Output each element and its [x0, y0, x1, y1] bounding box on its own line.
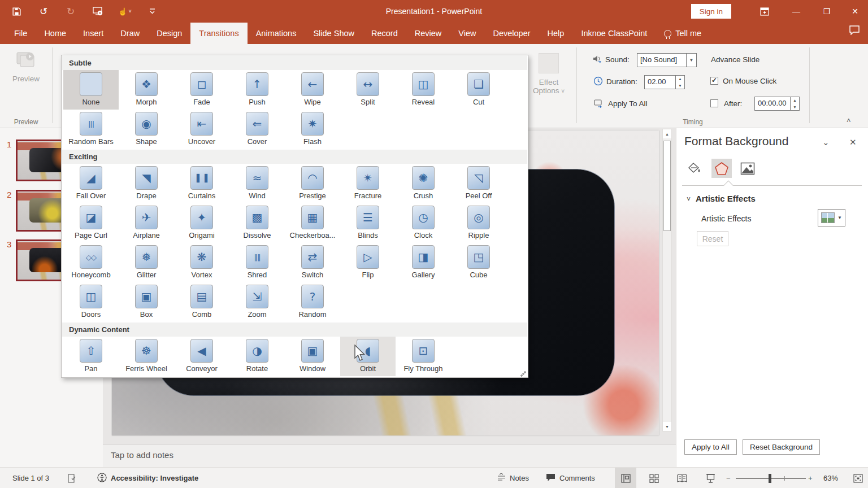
apply-to-all-label[interactable]: Apply To All — [608, 99, 648, 108]
transition-uncover[interactable]: ⇤Uncover — [174, 110, 229, 149]
slide-sorter-view-button[interactable] — [643, 468, 665, 488]
transition-pan[interactable]: ⇧Pan — [63, 337, 119, 376]
accessibility-status[interactable]: Accessibility: Investigate — [97, 468, 198, 488]
comments-toggle[interactable]: Comments — [546, 468, 595, 488]
transition-push[interactable]: ↑Push — [229, 70, 285, 110]
tab-transitions[interactable]: Transitions — [190, 23, 247, 44]
transition-shape[interactable]: ◉Shape — [119, 110, 174, 149]
transition-comb[interactable]: ▤Comb — [174, 282, 229, 322]
transition-fade[interactable]: ◻Fade — [174, 70, 229, 110]
transition-box[interactable]: ▣Box — [119, 282, 174, 322]
tab-inknoe-classpoint[interactable]: Inknoe ClassPoint — [572, 23, 656, 44]
customize-qat-icon[interactable] — [146, 5, 158, 18]
transition-flip[interactable]: ▷Flip — [340, 243, 396, 282]
transition-checkerboa[interactable]: ▦Checkerboa... — [285, 203, 340, 243]
sign-in-button[interactable]: Sign in — [691, 4, 731, 19]
after-checkbox[interactable] — [710, 99, 718, 107]
transition-curtains[interactable]: ▌▐Curtains — [174, 164, 229, 203]
transition-cut[interactable]: ❏Cut — [451, 70, 506, 110]
sound-dropdown-arrow-icon[interactable]: ▼ — [687, 53, 697, 67]
notes-placeholder[interactable]: Tap to add notes — [111, 450, 173, 460]
apply-to-all-background-button[interactable]: Apply to All — [684, 439, 737, 455]
transition-window[interactable]: ▣Window — [285, 337, 340, 376]
picture-tab-icon[interactable] — [737, 159, 758, 178]
transition-origami[interactable]: ✦Origami — [174, 203, 229, 243]
duration-spinbox[interactable]: 02.00 ▲▼ — [644, 75, 685, 89]
tab-insert[interactable]: Insert — [75, 23, 112, 44]
reset-button[interactable]: Reset — [697, 231, 728, 246]
tab-file[interactable]: File — [6, 23, 36, 44]
scrollbar-thumb[interactable] — [663, 141, 671, 231]
transition-zoom[interactable]: ⇲Zoom — [229, 282, 285, 322]
transition-cover[interactable]: ⇐Cover — [229, 110, 285, 149]
artistic-effects-dropdown[interactable]: ▼ — [818, 209, 845, 226]
transition-random[interactable]: ?Random — [285, 282, 340, 322]
pane-options-chevron-icon[interactable]: ⌄ — [822, 137, 830, 147]
transition-random-bars[interactable]: |||Random Bars — [63, 110, 119, 149]
transition-shred[interactable]: ‖‖Shred — [229, 243, 285, 282]
zoom-in-button[interactable]: + — [808, 468, 813, 488]
close-icon[interactable]: ✕ — [847, 0, 863, 23]
save-icon[interactable] — [10, 5, 23, 18]
transition-gallery[interactable]: ◨Gallery — [396, 243, 451, 282]
start-slideshow-icon[interactable] — [92, 5, 104, 18]
transition-glitter[interactable]: ❅Glitter — [119, 243, 174, 282]
transition-switch[interactable]: ⇄Switch — [285, 243, 340, 282]
fill-tab-icon[interactable] — [684, 159, 705, 178]
transition-reveal[interactable]: ◫Reveal — [396, 70, 451, 110]
transition-flash[interactable]: ✷Flash — [285, 110, 340, 149]
slide-scrollbar[interactable]: ▲ ▼ — [662, 129, 672, 432]
tab-draw[interactable]: Draw — [112, 23, 148, 44]
transition-wipe[interactable]: ←Wipe — [285, 70, 340, 110]
duration-spinner[interactable]: ▲▼ — [676, 75, 685, 89]
transition-fracture[interactable]: ✴Fracture — [340, 164, 396, 203]
transition-clock[interactable]: ◷Clock — [396, 203, 451, 243]
transition-none[interactable]: None — [63, 70, 119, 110]
tab-view[interactable]: View — [450, 23, 484, 44]
collapse-ribbon-icon[interactable]: ˄ — [847, 116, 851, 125]
zoom-slider-thumb[interactable] — [769, 474, 771, 483]
transition-crush[interactable]: ✺Crush — [396, 164, 451, 203]
tab-home[interactable]: Home — [36, 23, 75, 44]
transition-orbit[interactable]: ◖Orbit — [340, 337, 396, 376]
transition-wind[interactable]: ≈Wind — [229, 164, 285, 203]
preview-button[interactable]: Preview — [8, 51, 44, 95]
fit-slide-to-window-icon[interactable] — [853, 468, 863, 488]
ribbon-display-options-icon[interactable] — [756, 0, 773, 23]
tab-review[interactable]: Review — [406, 23, 450, 44]
slide-indicator[interactable]: Slide 1 of 3 — [12, 468, 49, 488]
artistic-effects-section[interactable]: ˅Artistic Effects — [687, 194, 756, 203]
reading-view-button[interactable] — [671, 468, 693, 488]
transition-dissolve[interactable]: ▩Dissolve — [229, 203, 285, 243]
sound-combobox[interactable]: [No Sound] ▼ — [637, 53, 697, 67]
transition-conveyor[interactable]: ◀Conveyor — [174, 337, 229, 376]
resize-grip[interactable] — [520, 371, 526, 377]
transition-doors[interactable]: ◫Doors — [63, 282, 119, 322]
transition-split[interactable]: ↔Split — [340, 70, 396, 110]
transition-vortex[interactable]: ❋Vortex — [174, 243, 229, 282]
after-spinbox[interactable]: 00:00.00 ▲▼ — [754, 97, 800, 111]
transition-honeycomb[interactable]: ◇◇Honeycomb — [63, 243, 119, 282]
feedback-comment-icon[interactable] — [849, 25, 860, 37]
transition-prestige[interactable]: ◠Prestige — [285, 164, 340, 203]
notes-toggle[interactable]: Notes — [497, 468, 529, 488]
restore-icon[interactable]: ❐ — [818, 0, 835, 23]
notes-pane[interactable]: Tap to add notes — [103, 445, 676, 467]
transition-airplane[interactable]: ✈Airplane — [119, 203, 174, 243]
scroll-up-icon[interactable]: ▲ — [663, 129, 671, 138]
tab-design[interactable]: Design — [148, 23, 190, 44]
transition-peel-off[interactable]: ◹Peel Off — [451, 164, 506, 203]
undo-icon[interactable]: ↺ — [37, 5, 50, 18]
zoom-out-button[interactable]: − — [726, 468, 731, 488]
transition-fall-over[interactable]: ◢Fall Over — [63, 164, 119, 203]
scroll-down-icon[interactable]: ▼ — [663, 422, 671, 431]
transition-morph[interactable]: ❖Morph — [119, 70, 174, 110]
tab-tell-me[interactable]: Tell me — [656, 23, 710, 44]
tab-animations[interactable]: Animations — [248, 23, 305, 44]
transition-rotate[interactable]: ◑Rotate — [229, 337, 285, 376]
minimize-icon[interactable]: — — [788, 0, 805, 23]
after-spinner[interactable]: ▲▼ — [791, 97, 800, 111]
slideshow-view-button[interactable] — [700, 468, 721, 488]
tab-record[interactable]: Record — [363, 23, 406, 44]
redo-icon[interactable]: ↻ — [64, 5, 77, 18]
